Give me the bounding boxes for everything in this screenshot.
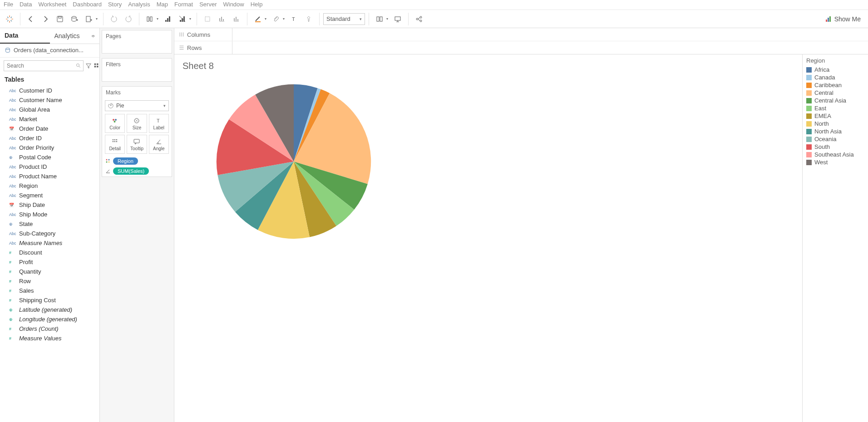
menu-worksheet[interactable]: Worksheet (38, 1, 66, 8)
legend-item-central-asia[interactable]: Central Asia (806, 97, 864, 104)
menu-story[interactable]: Story (108, 1, 122, 8)
field-discount[interactable]: #Discount (0, 248, 99, 257)
pill-region[interactable]: Region (113, 157, 138, 165)
legend-item-north[interactable]: North (806, 120, 864, 128)
highlight-icon[interactable] (201, 12, 214, 26)
attachment-icon[interactable] (269, 12, 283, 26)
filter-icon[interactable] (85, 62, 92, 70)
legend-item-canada[interactable]: Canada (806, 74, 864, 81)
columns-shelf[interactable]: Columns (174, 28, 868, 41)
mark-type-dropdown[interactable]: Pie ▾ (105, 100, 169, 111)
field-row[interactable]: #Row (0, 276, 99, 286)
pie-chart[interactable] (210, 78, 378, 245)
legend-item-southeast-asia[interactable]: Southeast Asia (806, 151, 864, 158)
undo-arrow-icon[interactable] (107, 12, 121, 26)
menu-data[interactable]: Data (20, 1, 32, 8)
legend-item-oceania[interactable]: Oceania (806, 135, 864, 143)
field-order-id[interactable]: AbcOrder ID (0, 133, 99, 143)
field-shipping-cost[interactable]: #Shipping Cost (0, 295, 99, 305)
new-data-icon[interactable] (68, 12, 81, 26)
field-customer-id[interactable]: AbcCustomer ID (0, 86, 99, 95)
sheet-title[interactable]: Sheet 8 (182, 61, 794, 71)
legend-item-east[interactable]: East (806, 104, 864, 112)
color-legend[interactable]: Region AfricaCanadaCaribbeanCentralCentr… (802, 54, 868, 422)
field-global-area[interactable]: AbcGlobal Area (0, 105, 99, 114)
save-icon[interactable] (53, 12, 67, 26)
field-quantity[interactable]: #Quantity (0, 267, 99, 276)
caret-icon[interactable]: ▾ (189, 17, 191, 21)
abc-icon[interactable] (230, 12, 243, 26)
caret-icon[interactable]: ▾ (265, 17, 266, 21)
mark-size[interactable]: Size (127, 114, 147, 133)
menu-analysis[interactable]: Analysis (128, 1, 150, 8)
menu-file[interactable]: File (4, 1, 13, 8)
caret-icon[interactable]: ▾ (96, 17, 98, 21)
mark-angle[interactable]: Angle (149, 135, 169, 154)
sort-asc-icon[interactable] (161, 12, 175, 26)
viz-canvas[interactable]: Sheet 8 (174, 54, 802, 422)
menu-format[interactable]: Format (174, 1, 193, 8)
show-me-button[interactable]: Show Me (821, 12, 865, 26)
forward-icon[interactable] (39, 12, 52, 26)
menu-help[interactable]: Help (251, 1, 263, 8)
caret-icon[interactable]: ▾ (283, 17, 285, 21)
field-customer-name[interactable]: AbcCustomer Name (0, 95, 99, 105)
tab-data[interactable]: Data (0, 28, 50, 44)
legend-item-africa[interactable]: Africa (806, 66, 864, 74)
pill-sum-sales-[interactable]: SUM(Sales) (113, 167, 149, 175)
field-ship-mode[interactable]: AbcShip Mode (0, 210, 99, 219)
field-product-id[interactable]: AbcProduct ID (0, 162, 99, 172)
fit-dropdown[interactable]: Standard ▾ (323, 13, 365, 25)
field-measure-values[interactable]: #Measure Values (0, 334, 99, 343)
menu-map[interactable]: Map (157, 1, 168, 8)
field-postal-code[interactable]: ⊕Postal Code (0, 152, 99, 162)
legend-item-emea[interactable]: EMEA (806, 112, 864, 120)
text-labels-icon[interactable]: T (287, 12, 301, 26)
field-orders-count-[interactable]: #Orders (Count) (0, 324, 99, 334)
menu-server[interactable]: Server (199, 1, 217, 8)
menu-window[interactable]: Window (223, 1, 244, 8)
new-worksheet-icon[interactable] (82, 12, 96, 26)
legend-item-west[interactable]: West (806, 158, 864, 166)
caret-icon[interactable]: ▾ (157, 17, 158, 21)
mark-label[interactable]: TLabel (149, 114, 169, 133)
pin-icon[interactable] (302, 12, 316, 26)
datasource-row[interactable]: Orders (data_connection... (0, 44, 99, 58)
legend-item-north-asia[interactable]: North Asia (806, 128, 864, 135)
mark-color[interactable]: Color (105, 114, 125, 133)
field-sub-category[interactable]: AbcSub-Category (0, 229, 99, 238)
field-measure-names[interactable]: AbcMeasure Names (0, 238, 99, 248)
sort-desc-icon[interactable] (176, 12, 189, 26)
legend-item-caribbean[interactable]: Caribbean (806, 81, 864, 89)
show-cards-icon[interactable] (373, 12, 386, 26)
field-ship-date[interactable]: 📅Ship Date (0, 200, 99, 210)
filters-card[interactable]: Filters (102, 58, 172, 82)
field-profit[interactable]: #Profit (0, 257, 99, 267)
presentation-icon[interactable] (391, 12, 404, 26)
swap-icon[interactable] (143, 12, 157, 26)
rows-shelf[interactable]: Rows (174, 41, 868, 54)
field-order-date[interactable]: 📅Order Date (0, 124, 99, 133)
field-list[interactable]: AbcCustomer IDAbcCustomer NameAbcGlobal … (0, 86, 99, 422)
caret-icon[interactable]: ▾ (386, 17, 388, 21)
pages-card[interactable]: Pages (102, 30, 172, 54)
view-grid-icon[interactable] (94, 62, 100, 70)
tab-analytics[interactable]: Analytics ≑ (50, 28, 100, 44)
field-region[interactable]: AbcRegion (0, 181, 99, 191)
redo-arrow-icon[interactable] (122, 12, 135, 26)
format-underline-icon[interactable] (251, 12, 265, 26)
field-market[interactable]: AbcMarket (0, 114, 99, 124)
field-longitude-generated-[interactable]: ⊕Longitude (generated) (0, 314, 99, 324)
share-icon[interactable] (412, 12, 426, 26)
field-segment[interactable]: AbcSegment (0, 191, 99, 200)
back-icon[interactable] (24, 12, 38, 26)
field-state[interactable]: ⊕State (0, 219, 99, 229)
field-sales[interactable]: #Sales (0, 286, 99, 295)
mark-tooltip[interactable]: Tooltip (127, 135, 147, 154)
tableau-logo-icon[interactable] (3, 12, 16, 26)
field-order-priority[interactable]: AbcOrder Priority (0, 143, 99, 152)
mark-detail[interactable]: Detail (105, 135, 125, 154)
field-product-name[interactable]: AbcProduct Name (0, 172, 99, 181)
menu-dashboard[interactable]: Dashboard (73, 1, 102, 8)
totals-icon[interactable] (215, 12, 229, 26)
